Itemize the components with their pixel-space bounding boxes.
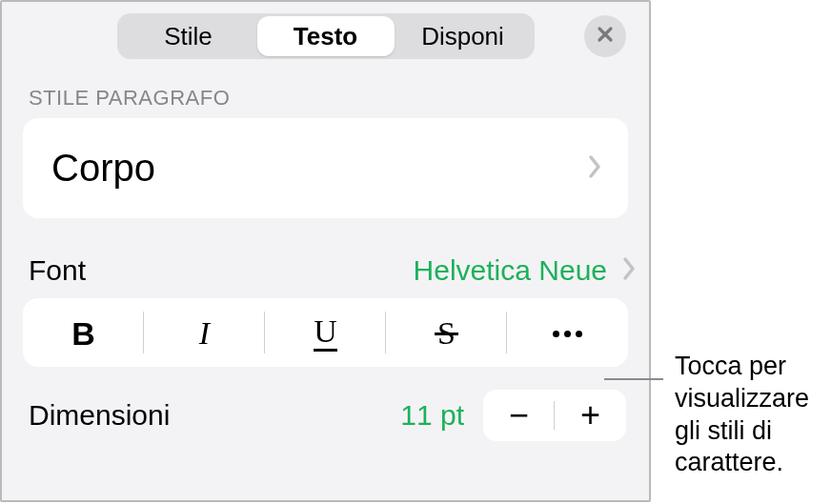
chevron-right-icon bbox=[586, 153, 603, 184]
callout-line-4: carattere. bbox=[675, 447, 809, 479]
size-increment-button[interactable]: + bbox=[555, 390, 626, 441]
format-panel: Stile Testo Disponi STILE PARAGRAFO Corp… bbox=[0, 0, 651, 502]
font-row[interactable]: Font Helvetica Neue bbox=[2, 218, 649, 298]
underline-button[interactable]: U bbox=[265, 298, 386, 367]
segmented-control-wrapper: Stile Testo Disponi bbox=[2, 2, 649, 69]
tab-text[interactable]: Testo bbox=[257, 16, 395, 56]
text-style-button-group: B I U S bbox=[23, 298, 628, 367]
italic-icon: I bbox=[199, 317, 210, 350]
tab-style[interactable]: Stile bbox=[120, 16, 257, 56]
chevron-right-icon bbox=[620, 255, 638, 286]
callout-line-3: gli stili di bbox=[675, 415, 809, 448]
more-icon bbox=[553, 331, 582, 337]
plus-icon: + bbox=[580, 395, 600, 435]
segmented-control: Stile Testo Disponi bbox=[117, 13, 535, 59]
size-value: 11 pt bbox=[400, 399, 464, 432]
bold-button[interactable]: B bbox=[23, 298, 144, 367]
more-options-button[interactable] bbox=[507, 298, 628, 367]
font-value: Helvetica Neue bbox=[414, 254, 607, 287]
paragraph-style-card: Corpo bbox=[23, 118, 628, 218]
close-icon bbox=[596, 25, 615, 48]
strikethrough-button[interactable]: S bbox=[386, 298, 507, 367]
callout-line-2: visualizzare bbox=[675, 383, 809, 415]
paragraph-style-row[interactable]: Corpo bbox=[23, 118, 628, 218]
size-label: Dimensioni bbox=[29, 399, 170, 432]
callout-leader-line bbox=[604, 378, 663, 380]
paragraph-style-value: Corpo bbox=[51, 147, 155, 190]
font-label: Font bbox=[29, 254, 86, 287]
bold-icon: B bbox=[71, 317, 95, 350]
close-button[interactable] bbox=[584, 15, 626, 57]
callout-text: Tocca per visualizzare gli stili di cara… bbox=[675, 351, 809, 479]
callout-line-1: Tocca per bbox=[675, 351, 809, 383]
minus-icon: − bbox=[509, 395, 529, 435]
tab-arrange[interactable]: Disponi bbox=[395, 16, 532, 56]
underline-icon: U bbox=[314, 315, 337, 352]
paragraph-style-label: STILE PARAGRAFO bbox=[2, 69, 649, 118]
italic-button[interactable]: I bbox=[144, 298, 265, 367]
size-decrement-button[interactable]: − bbox=[483, 390, 555, 441]
size-row: Dimensioni 11 pt − + bbox=[2, 367, 649, 441]
size-stepper: − + bbox=[483, 390, 626, 441]
strikethrough-icon: S bbox=[437, 317, 456, 350]
